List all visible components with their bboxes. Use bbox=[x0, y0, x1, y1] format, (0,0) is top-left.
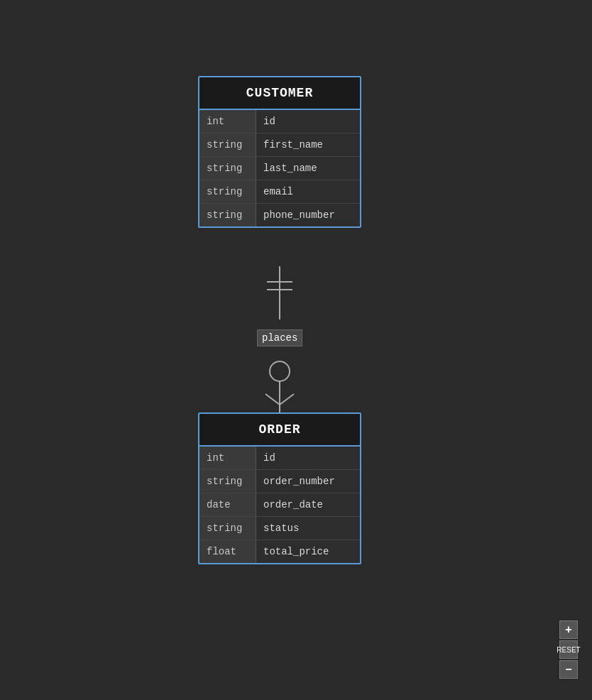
svg-point-4 bbox=[270, 361, 290, 381]
reset-button[interactable]: RESET bbox=[559, 640, 578, 659]
type-cell: string bbox=[199, 180, 256, 203]
name-cell: phone_number bbox=[256, 204, 360, 226]
table-row: string email bbox=[199, 180, 360, 204]
name-cell: id bbox=[256, 447, 360, 469]
name-cell: order_date bbox=[256, 493, 360, 516]
table-row: string order_number bbox=[199, 470, 360, 493]
name-cell: id bbox=[256, 110, 360, 133]
name-cell: last_name bbox=[256, 157, 360, 180]
relation-label: places bbox=[257, 329, 302, 346]
type-cell: string bbox=[199, 157, 256, 180]
name-cell: order_number bbox=[256, 470, 360, 493]
zoom-out-button[interactable]: − bbox=[559, 660, 578, 679]
table-row: string phone_number bbox=[199, 204, 360, 226]
customer-table-header: CUSTOMER bbox=[199, 77, 360, 110]
type-cell: string bbox=[199, 204, 256, 226]
diagram-container: CUSTOMER int id string first_name string… bbox=[0, 0, 592, 700]
customer-table: CUSTOMER int id string first_name string… bbox=[198, 76, 361, 228]
type-cell: date bbox=[199, 493, 256, 516]
zoom-in-button[interactable]: + bbox=[559, 620, 578, 639]
type-cell: float bbox=[199, 540, 256, 563]
type-cell: int bbox=[199, 110, 256, 133]
table-row: int id bbox=[199, 110, 360, 133]
order-table: ORDER int id string order_number date or… bbox=[198, 412, 361, 564]
table-row: date order_date bbox=[199, 493, 360, 517]
name-cell: email bbox=[256, 180, 360, 203]
type-cell: string bbox=[199, 133, 256, 156]
type-cell: string bbox=[199, 517, 256, 540]
table-row: string status bbox=[199, 517, 360, 540]
svg-line-6 bbox=[265, 394, 280, 405]
type-cell: string bbox=[199, 470, 256, 493]
table-row: string last_name bbox=[199, 157, 360, 180]
table-row: string first_name bbox=[199, 133, 360, 157]
zoom-controls: + RESET − bbox=[559, 620, 578, 679]
type-cell: int bbox=[199, 447, 256, 469]
name-cell: total_price bbox=[256, 540, 360, 563]
table-row: int id bbox=[199, 447, 360, 470]
svg-line-7 bbox=[280, 394, 294, 405]
name-cell: status bbox=[256, 517, 360, 540]
order-table-header: ORDER bbox=[199, 414, 360, 447]
table-row: float total_price bbox=[199, 540, 360, 563]
name-cell: first_name bbox=[256, 133, 360, 156]
